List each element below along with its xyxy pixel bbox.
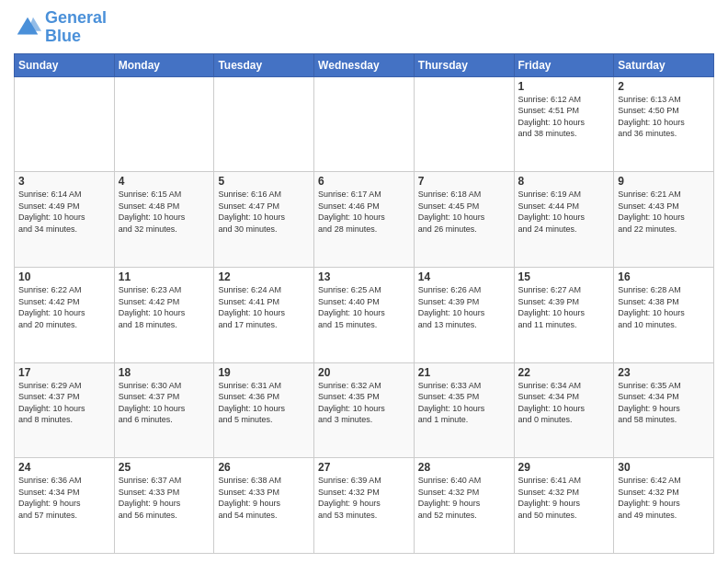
calendar-cell: 18Sunrise: 6:30 AM Sunset: 4:37 PM Dayli…	[114, 362, 214, 458]
day-info: Sunrise: 6:29 AM Sunset: 4:37 PM Dayligh…	[18, 380, 110, 426]
day-info: Sunrise: 6:33 AM Sunset: 4:35 PM Dayligh…	[418, 380, 510, 426]
calendar-table: SundayMondayTuesdayWednesdayThursdayFrid…	[14, 53, 714, 554]
calendar-cell: 27Sunrise: 6:39 AM Sunset: 4:32 PM Dayli…	[314, 458, 415, 554]
day-number: 20	[318, 366, 410, 379]
calendar-cell: 10Sunrise: 6:22 AM Sunset: 4:42 PM Dayli…	[15, 267, 115, 362]
calendar-cell: 19Sunrise: 6:31 AM Sunset: 4:36 PM Dayli…	[214, 362, 314, 458]
day-info: Sunrise: 6:39 AM Sunset: 4:32 PM Dayligh…	[318, 475, 410, 521]
calendar-cell: 2Sunrise: 6:13 AM Sunset: 4:50 PM Daylig…	[614, 76, 714, 172]
day-number: 1	[518, 80, 610, 93]
day-number: 25	[119, 461, 210, 474]
weekday-header-wednesday: Wednesday	[314, 53, 415, 76]
day-info: Sunrise: 6:28 AM Sunset: 4:38 PM Dayligh…	[618, 284, 710, 330]
calendar-cell	[414, 76, 514, 172]
day-number: 27	[318, 461, 410, 474]
day-number: 18	[119, 366, 210, 379]
day-number: 22	[518, 366, 610, 379]
day-number: 24	[18, 461, 110, 474]
logo-text: General Blue	[45, 9, 107, 46]
page: General Blue SundayMondayTuesdayWednesda…	[0, 0, 728, 563]
calendar-week-2: 3Sunrise: 6:14 AM Sunset: 4:49 PM Daylig…	[15, 172, 714, 268]
day-info: Sunrise: 6:30 AM Sunset: 4:37 PM Dayligh…	[119, 380, 210, 426]
day-info: Sunrise: 6:17 AM Sunset: 4:46 PM Dayligh…	[318, 189, 410, 235]
day-info: Sunrise: 6:15 AM Sunset: 4:48 PM Dayligh…	[119, 189, 210, 235]
calendar-cell: 3Sunrise: 6:14 AM Sunset: 4:49 PM Daylig…	[15, 172, 115, 268]
day-info: Sunrise: 6:14 AM Sunset: 4:49 PM Dayligh…	[18, 189, 110, 235]
day-number: 16	[618, 270, 710, 283]
calendar-cell	[15, 76, 115, 172]
day-info: Sunrise: 6:13 AM Sunset: 4:50 PM Dayligh…	[618, 94, 710, 140]
calendar-cell: 23Sunrise: 6:35 AM Sunset: 4:34 PM Dayli…	[614, 362, 714, 458]
day-info: Sunrise: 6:12 AM Sunset: 4:51 PM Dayligh…	[518, 94, 610, 140]
calendar-cell	[314, 76, 415, 172]
calendar-cell	[214, 76, 314, 172]
day-number: 9	[618, 175, 710, 188]
calendar-cell: 21Sunrise: 6:33 AM Sunset: 4:35 PM Dayli…	[414, 362, 514, 458]
calendar-cell: 13Sunrise: 6:25 AM Sunset: 4:40 PM Dayli…	[314, 267, 415, 362]
calendar-cell: 8Sunrise: 6:19 AM Sunset: 4:44 PM Daylig…	[514, 172, 614, 268]
day-info: Sunrise: 6:34 AM Sunset: 4:34 PM Dayligh…	[518, 380, 610, 426]
calendar-week-5: 24Sunrise: 6:36 AM Sunset: 4:34 PM Dayli…	[15, 458, 714, 554]
header: General Blue	[14, 9, 714, 46]
calendar-cell: 1Sunrise: 6:12 AM Sunset: 4:51 PM Daylig…	[514, 76, 614, 172]
day-number: 19	[218, 366, 310, 379]
day-info: Sunrise: 6:32 AM Sunset: 4:35 PM Dayligh…	[318, 380, 410, 426]
calendar-cell: 22Sunrise: 6:34 AM Sunset: 4:34 PM Dayli…	[514, 362, 614, 458]
day-info: Sunrise: 6:36 AM Sunset: 4:34 PM Dayligh…	[18, 475, 110, 521]
day-info: Sunrise: 6:24 AM Sunset: 4:41 PM Dayligh…	[218, 284, 310, 330]
day-number: 6	[318, 175, 410, 188]
day-number: 5	[218, 175, 310, 188]
day-number: 30	[618, 461, 710, 474]
calendar-cell: 5Sunrise: 6:16 AM Sunset: 4:47 PM Daylig…	[214, 172, 314, 268]
day-number: 3	[18, 175, 110, 188]
calendar-cell: 11Sunrise: 6:23 AM Sunset: 4:42 PM Dayli…	[114, 267, 214, 362]
day-number: 8	[518, 175, 610, 188]
calendar-cell: 15Sunrise: 6:27 AM Sunset: 4:39 PM Dayli…	[514, 267, 614, 362]
day-info: Sunrise: 6:23 AM Sunset: 4:42 PM Dayligh…	[119, 284, 210, 330]
calendar-cell: 6Sunrise: 6:17 AM Sunset: 4:46 PM Daylig…	[314, 172, 415, 268]
calendar-cell: 16Sunrise: 6:28 AM Sunset: 4:38 PM Dayli…	[614, 267, 714, 362]
calendar-cell: 14Sunrise: 6:26 AM Sunset: 4:39 PM Dayli…	[414, 267, 514, 362]
logo: General Blue	[14, 9, 107, 46]
day-info: Sunrise: 6:26 AM Sunset: 4:39 PM Dayligh…	[418, 284, 510, 330]
calendar-header-row: SundayMondayTuesdayWednesdayThursdayFrid…	[15, 53, 714, 76]
calendar-cell: 29Sunrise: 6:41 AM Sunset: 4:32 PM Dayli…	[514, 458, 614, 554]
day-number: 10	[18, 270, 110, 283]
weekday-header-saturday: Saturday	[614, 53, 714, 76]
day-info: Sunrise: 6:16 AM Sunset: 4:47 PM Dayligh…	[218, 189, 310, 235]
day-info: Sunrise: 6:21 AM Sunset: 4:43 PM Dayligh…	[618, 189, 710, 235]
weekday-header-thursday: Thursday	[414, 53, 514, 76]
calendar-cell: 26Sunrise: 6:38 AM Sunset: 4:33 PM Dayli…	[214, 458, 314, 554]
calendar-cell: 7Sunrise: 6:18 AM Sunset: 4:45 PM Daylig…	[414, 172, 514, 268]
logo-icon	[14, 14, 41, 41]
day-number: 15	[518, 270, 610, 283]
day-info: Sunrise: 6:27 AM Sunset: 4:39 PM Dayligh…	[518, 284, 610, 330]
calendar-cell: 20Sunrise: 6:32 AM Sunset: 4:35 PM Dayli…	[314, 362, 415, 458]
day-number: 23	[618, 366, 710, 379]
calendar-week-1: 1Sunrise: 6:12 AM Sunset: 4:51 PM Daylig…	[15, 76, 714, 172]
weekday-header-tuesday: Tuesday	[214, 53, 314, 76]
day-number: 4	[119, 175, 210, 188]
day-info: Sunrise: 6:19 AM Sunset: 4:44 PM Dayligh…	[518, 189, 610, 235]
day-number: 26	[218, 461, 310, 474]
day-info: Sunrise: 6:35 AM Sunset: 4:34 PM Dayligh…	[618, 380, 710, 426]
calendar-cell: 25Sunrise: 6:37 AM Sunset: 4:33 PM Dayli…	[114, 458, 214, 554]
day-info: Sunrise: 6:41 AM Sunset: 4:32 PM Dayligh…	[518, 475, 610, 521]
calendar-week-3: 10Sunrise: 6:22 AM Sunset: 4:42 PM Dayli…	[15, 267, 714, 362]
calendar-week-4: 17Sunrise: 6:29 AM Sunset: 4:37 PM Dayli…	[15, 362, 714, 458]
day-number: 11	[119, 270, 210, 283]
calendar-cell: 17Sunrise: 6:29 AM Sunset: 4:37 PM Dayli…	[15, 362, 115, 458]
day-info: Sunrise: 6:42 AM Sunset: 4:32 PM Dayligh…	[618, 475, 710, 521]
calendar-cell: 30Sunrise: 6:42 AM Sunset: 4:32 PM Dayli…	[614, 458, 714, 554]
weekday-header-monday: Monday	[114, 53, 214, 76]
calendar-cell: 24Sunrise: 6:36 AM Sunset: 4:34 PM Dayli…	[15, 458, 115, 554]
day-info: Sunrise: 6:40 AM Sunset: 4:32 PM Dayligh…	[418, 475, 510, 521]
weekday-header-sunday: Sunday	[15, 53, 115, 76]
day-info: Sunrise: 6:18 AM Sunset: 4:45 PM Dayligh…	[418, 189, 510, 235]
day-number: 29	[518, 461, 610, 474]
day-info: Sunrise: 6:38 AM Sunset: 4:33 PM Dayligh…	[218, 475, 310, 521]
calendar-cell: 28Sunrise: 6:40 AM Sunset: 4:32 PM Dayli…	[414, 458, 514, 554]
day-info: Sunrise: 6:25 AM Sunset: 4:40 PM Dayligh…	[318, 284, 410, 330]
calendar-cell	[114, 76, 214, 172]
weekday-header-friday: Friday	[514, 53, 614, 76]
